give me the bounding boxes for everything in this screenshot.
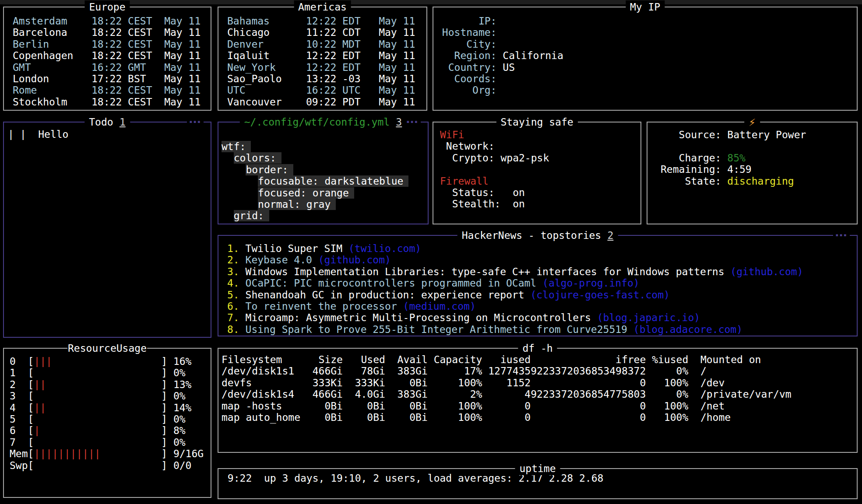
clock-row: Denver 10:22 MDT May 11 xyxy=(227,38,426,50)
story-site-link: (github.com) xyxy=(318,254,391,266)
battery-row-value: Battery Power xyxy=(727,129,806,140)
panel-resource-usage: ResourceUsage 0 [||| ] 16%1 [ ] 0%2 [|| … xyxy=(3,348,211,498)
hackernews-story[interactable]: 6. To reinvent the processor (medium.com… xyxy=(227,301,857,312)
hackernews-story[interactable]: 2. Keybase 4.0 (github.com) xyxy=(227,254,857,266)
panel-config-yml[interactable]: ~/.config/wtf/config.yml3 ▪▪▪ wtf: color… xyxy=(218,122,429,224)
panel-title-resource-usage: ResourceUsage xyxy=(67,342,147,355)
story-site-link: (clojure-goes-fast.com) xyxy=(530,289,670,301)
todo-list: | | Hello xyxy=(4,122,211,337)
battery-row: Source: Battery Power xyxy=(661,129,857,140)
story-rank: 8. xyxy=(227,324,239,335)
ip-field-value: California xyxy=(496,50,563,61)
clock-row: London 17:22 BST May 11 xyxy=(13,73,211,84)
battery-row xyxy=(661,140,857,152)
story-site-link: (twilio.com) xyxy=(348,243,421,254)
ip-field-label: City: xyxy=(436,38,496,50)
americas-clock-list: Bahamas 12:22 EDT May 11Chicago 11:22 CD… xyxy=(218,7,426,110)
security-status-text: WiFi Network: Crypto: wpa2-psk Firewall … xyxy=(433,122,640,224)
todo-item[interactable]: | | Hello xyxy=(8,129,211,140)
resource-meter: 7 [ ] 0% xyxy=(10,437,211,448)
df-row: map -hosts 0Bi 0Bi 0Bi 100% 0 0 100% /ne… xyxy=(222,400,857,412)
hackernews-story[interactable]: 8. Using Spark to Prove 255-Bit Integer … xyxy=(227,324,857,335)
panel-my-ip: My IP IP: Hostname: City: Region: Califo… xyxy=(433,7,858,111)
meter-bars: | xyxy=(34,425,40,436)
panel-todo[interactable]: Todo1 ▪▪▪ | | Hello xyxy=(3,122,211,338)
story-title: Twilio Super SIM xyxy=(239,243,348,254)
resource-meter-list: 0 [||| ] 16%1 [ ] 0%2 [|| ] 13%3 [ ] 0%4… xyxy=(4,349,211,497)
ip-field-label: IP: xyxy=(436,15,496,27)
config-line-text: wtf: xyxy=(222,141,251,152)
clock-row: UTC 16:22 UTC May 11 xyxy=(227,84,426,96)
security-line: Crypto: wpa2-psk xyxy=(440,152,640,164)
story-site-link: (medium.com) xyxy=(403,301,476,312)
clock-row: Rome 18:22 CEST May 11 xyxy=(13,84,211,96)
ip-field-label: Country: xyxy=(436,62,496,73)
story-rank: 5. xyxy=(227,289,239,301)
battery-row: State: discharging xyxy=(661,175,857,187)
panel-title-todo: Todo1 xyxy=(84,116,130,129)
config-line-text: border: xyxy=(246,164,293,175)
resource-meter: 5 [ ] 0% xyxy=(10,413,211,425)
ip-field: Org: xyxy=(436,84,857,96)
battery-row: Remaining: 4:59 xyxy=(661,164,857,175)
clock-row: Stockholm 18:22 CEST May 11 xyxy=(13,96,211,108)
security-line xyxy=(440,164,640,175)
panel-title-my-ip: My IP xyxy=(626,0,665,14)
meter-bracket-open: Swp[ xyxy=(10,460,34,471)
ip-field-label: Hostname: xyxy=(436,27,496,38)
hackernews-story-list: 1. Twilio Super SIM (twilio.com)2. Keyba… xyxy=(218,236,857,336)
ip-field-value: US xyxy=(496,62,515,73)
clock-row: New_York 12:22 EDT May 11 xyxy=(227,62,426,73)
panel-battery: ⚡ Source: Battery Power Charge: 85%Remai… xyxy=(647,122,858,224)
security-line: Status: on xyxy=(440,187,640,198)
hackernews-story[interactable]: 7. Microamp: Asymmetric Multi-Processing… xyxy=(227,312,857,323)
panel-europe-clocks: Europe Amsterdam 18:22 CEST May 11Barcel… xyxy=(3,7,211,111)
clock-row: GMT 16:22 GMT May 11 xyxy=(13,62,211,73)
battery-row: Charge: 85% xyxy=(661,152,857,164)
meter-bracket-open: 2 [ xyxy=(10,379,34,390)
meter-bracket-open: 0 [ xyxy=(10,356,34,367)
story-site-link: (blog.adacore.com) xyxy=(633,324,742,335)
clock-row: Iqaluit 12:22 EDT May 11 xyxy=(227,50,426,61)
meter-bars: || xyxy=(34,379,46,390)
meter-value: ] 13% xyxy=(46,379,191,390)
security-line: WiFi xyxy=(440,129,640,140)
df-row: map auto_home 0Bi 0Bi 0Bi 100% 0 0 100% … xyxy=(222,412,857,423)
story-rank: 6. xyxy=(227,301,239,312)
resource-meter: 4 [|| ] 14% xyxy=(10,402,211,413)
more-indicator-icon: ▪▪▪ xyxy=(833,232,850,238)
story-site-link: (blog.japaric.io) xyxy=(597,312,700,323)
story-title: Using Spark to Prove 255-Bit Integer Ari… xyxy=(239,324,633,335)
ip-field-value xyxy=(496,27,503,38)
meter-bracket-open: 6 [ xyxy=(10,425,34,436)
config-line: focused: orange xyxy=(222,187,428,199)
ip-field-label: Coords: xyxy=(436,73,496,84)
panel-title-uptime: uptime xyxy=(515,462,560,475)
meter-bars: ||||||||||| xyxy=(34,448,100,459)
panel-hackernews[interactable]: HackerNews - topstories2 ▪▪▪ 1. Twilio S… xyxy=(218,235,858,336)
resource-meter: 2 [|| ] 13% xyxy=(10,379,211,390)
story-title: To reinvent the processor xyxy=(239,301,403,312)
hackernews-story[interactable]: 3. Windows Implementation Libraries: typ… xyxy=(227,266,857,277)
ip-field-label: Org: xyxy=(436,84,496,96)
hackernews-story[interactable]: 5. Shenandoah GC in production: experien… xyxy=(227,289,857,301)
more-indicator-icon: ▪▪▪ xyxy=(404,119,421,124)
resource-meter: Mem[||||||||||| ] 9/16G xyxy=(10,448,211,459)
story-site-link: (algo-prog.info) xyxy=(542,277,640,289)
ip-field: Coords: xyxy=(436,73,857,84)
df-row: /dev/disk1s1 466Gi 78Gi 383Gi 17% 127743… xyxy=(222,365,857,377)
story-rank: 3. xyxy=(227,266,239,277)
hackernews-story[interactable]: 4. OCaPIC: PIC microcontrollers programm… xyxy=(227,277,857,289)
battery-status-text: Source: Battery Power Charge: 85%Remaini… xyxy=(647,122,857,224)
battery-row-value: 85% xyxy=(727,152,746,164)
battery-row-value: discharging xyxy=(727,175,794,187)
meter-value: ] 0% xyxy=(34,437,185,448)
config-line: grid: xyxy=(222,210,428,221)
panel-df: df -h Filesystem Size Used Avail Capacit… xyxy=(218,348,858,453)
ip-field-value xyxy=(496,73,503,84)
hackernews-story[interactable]: 1. Twilio Super SIM (twilio.com) xyxy=(227,243,857,254)
panel-uptime: uptime 9:22 up 3 days, 19:10, 2 users, l… xyxy=(218,468,858,499)
lightning-bolt-icon: ⚡ xyxy=(744,116,760,129)
config-line: focusable: darkslateblue xyxy=(222,175,428,187)
panel-title-df: df -h xyxy=(518,342,557,355)
